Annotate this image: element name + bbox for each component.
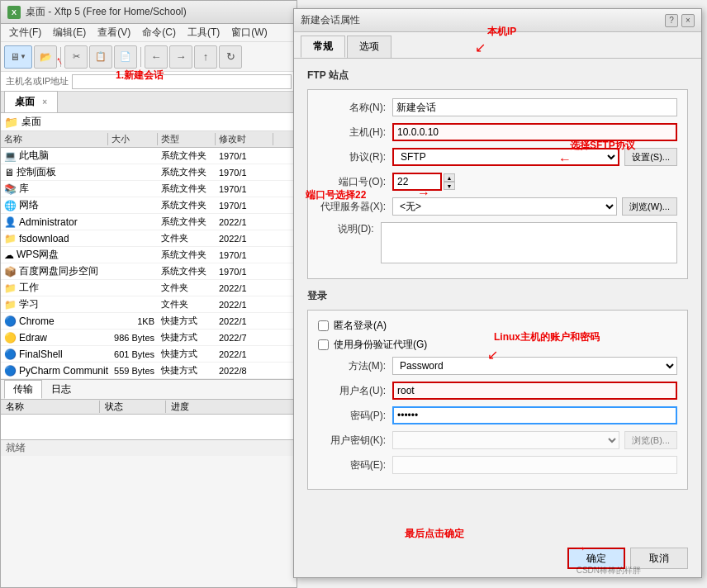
- file-date: 1970/1: [216, 201, 273, 211]
- app-icon: X: [7, 6, 21, 19]
- port-up-button[interactable]: ▲: [444, 173, 455, 182]
- settings-button[interactable]: 设置(S)...: [624, 148, 677, 166]
- host-input[interactable]: [392, 123, 677, 141]
- transfer-tab[interactable]: 传输: [4, 380, 42, 399]
- file-type: 系统文件夹: [158, 166, 216, 178]
- col-type: 类型: [158, 133, 216, 145]
- file-row[interactable]: 🖥 控制面板 系统文件夹 1970/1: [1, 164, 297, 181]
- file-icon: 🌐: [4, 200, 17, 211]
- forward-button[interactable]: →: [169, 45, 192, 69]
- userkey-select[interactable]: [392, 431, 619, 449]
- tab-options[interactable]: 选项: [347, 36, 391, 58]
- passphrase-row: 密码(E):: [318, 456, 677, 474]
- menu-file[interactable]: 文件(F): [4, 24, 46, 41]
- copy-button[interactable]: 📋: [89, 45, 112, 69]
- arrow-confirm: →: [574, 541, 587, 556]
- method-select[interactable]: Password: [392, 357, 677, 375]
- file-row[interactable]: 🔵 PyCharm Communit... 559 Bytes 快捷方式 202…: [1, 363, 297, 379]
- toolbar: 🖥 ▼ 📂 ✂ 📋 📄 ← → ↑ ↻: [1, 42, 297, 72]
- ftp-section-box: 名称(N): 主机(H): 协议(R): SFTP FTP 设置(S)... 端…: [307, 89, 688, 279]
- paste-button[interactable]: 📄: [114, 45, 137, 69]
- username-input[interactable]: [392, 382, 677, 400]
- file-row[interactable]: 📁 学习 文件夹 2022/1: [1, 296, 297, 313]
- help-button[interactable]: ?: [665, 14, 678, 27]
- col-size: 大小: [108, 133, 158, 145]
- menu-command[interactable]: 命令(C): [137, 24, 181, 41]
- name-label: 名称(N):: [318, 101, 392, 115]
- file-name: 📦 百度网盘同步空间: [1, 264, 108, 278]
- close-dialog-button[interactable]: ×: [681, 14, 695, 27]
- file-icon: 🔵: [4, 365, 17, 377]
- description-row: 说明(D):: [318, 222, 677, 263]
- proxy-row: 代理服务器(X): <无> 浏览(W)...: [318, 197, 677, 216]
- file-row[interactable]: ☁ WPS网盘 系统文件夹 1970/1: [1, 247, 297, 263]
- file-row[interactable]: 🔵 Chrome 1KB 快捷方式 2022/1: [1, 313, 297, 330]
- file-type: 快捷方式: [158, 348, 216, 360]
- cut-button[interactable]: ✂: [64, 45, 88, 69]
- tab-close-button[interactable]: ×: [42, 97, 47, 107]
- address-label: 主机名或IP地址: [6, 75, 69, 88]
- new-session-button[interactable]: 🖥 ▼: [4, 45, 32, 69]
- toolbar-separator-2: [140, 47, 141, 67]
- password-input[interactable]: [392, 406, 677, 424]
- desktop-tab[interactable]: 桌面 ×: [4, 91, 58, 112]
- file-row[interactable]: 📁 fsdownload 文件夹 2022/1: [1, 230, 297, 247]
- address-input[interactable]: [72, 74, 292, 89]
- file-name: 🟡 Edraw: [1, 332, 108, 344]
- new-session-arrow: ▼: [20, 53, 26, 60]
- file-date: 1970/1: [216, 151, 273, 161]
- file-row[interactable]: 👤 Administrator 系统文件夹 2022/1: [1, 214, 297, 230]
- file-name: ☁ WPS网盘: [1, 248, 108, 262]
- agent-checkbox[interactable]: [318, 339, 329, 350]
- file-row[interactable]: 📦 百度网盘同步空间 系统文件夹 1970/1: [1, 263, 297, 280]
- menu-view[interactable]: 查看(V): [93, 24, 135, 41]
- file-row[interactable]: 💻 此电脑 系统文件夹 1970/1: [1, 148, 297, 164]
- new-session-dialog: 新建会话属性 ? × 常规 选项 FTP 站点 名称(N): 主机(H): 协议: [293, 8, 702, 578]
- menu-window[interactable]: 窗口(W): [226, 24, 272, 41]
- login-section-label: 登录: [307, 289, 688, 303]
- status-bar: 就绪: [1, 439, 297, 456]
- protocol-select[interactable]: SFTP FTP: [392, 148, 619, 166]
- tab-general[interactable]: 常规: [301, 36, 345, 58]
- xftp-title-bar: X 桌面 - Xftp 5 (Free for Home/School): [1, 1, 297, 24]
- file-name: 🌐 网络: [1, 198, 108, 212]
- file-date: 2022/1: [216, 283, 273, 293]
- proxy-browse-button[interactable]: 浏览(W)...: [622, 197, 677, 216]
- method-label: 方法(M):: [318, 359, 392, 373]
- name-row: 名称(N):: [318, 98, 677, 116]
- description-textarea[interactable]: [381, 222, 677, 263]
- menu-edit[interactable]: 编辑(E): [48, 24, 91, 41]
- file-type: 系统文件夹: [158, 199, 216, 211]
- port-down-button[interactable]: ▼: [444, 182, 455, 190]
- file-date: 2022/1: [216, 316, 273, 326]
- file-row[interactable]: 📁 工作 文件夹 2022/1: [1, 280, 297, 296]
- transfer-col-header: 名称 状态 进度: [1, 400, 297, 415]
- log-tab[interactable]: 日志: [42, 380, 80, 399]
- tcol-name: 名称: [1, 401, 100, 413]
- file-type: 系统文件夹: [158, 183, 216, 195]
- up-button[interactable]: ↑: [194, 45, 217, 69]
- arrow-sftp: ←: [558, 152, 572, 167]
- file-date: 2022/8: [216, 366, 273, 376]
- userkey-browse-button[interactable]: 浏览(B)...: [624, 431, 677, 449]
- name-input[interactable]: [392, 98, 677, 116]
- file-row[interactable]: 📚 库 系统文件夹 1970/1: [1, 181, 297, 197]
- passphrase-input[interactable]: [392, 456, 677, 474]
- folder-name: 桌面: [21, 115, 41, 129]
- file-row[interactable]: 🟡 Edraw 986 Bytes 快捷方式 2022/7: [1, 330, 297, 346]
- dialog-title-buttons: ? ×: [665, 14, 695, 27]
- anonymous-checkbox[interactable]: [318, 320, 329, 331]
- menu-tools[interactable]: 工具(T): [183, 24, 225, 41]
- file-date: 2022/1: [216, 234, 273, 244]
- userkey-row: 用户密钥(K): 浏览(B)...: [318, 431, 677, 449]
- file-row[interactable]: 🌐 网络 系统文件夹 1970/1: [1, 197, 297, 214]
- file-date: 1970/1: [216, 184, 273, 194]
- port-label: 端口号(O):: [318, 175, 392, 189]
- cancel-button[interactable]: 取消: [630, 548, 688, 569]
- refresh-button[interactable]: ↻: [219, 45, 242, 69]
- back-button[interactable]: ←: [145, 45, 168, 69]
- file-date: 1970/1: [216, 267, 273, 277]
- folder-icon: 📂: [40, 51, 52, 63]
- description-label: 说明(D):: [318, 222, 381, 236]
- file-row[interactable]: 🔵 FinalShell 601 Bytes 快捷方式 2022/1: [1, 346, 297, 363]
